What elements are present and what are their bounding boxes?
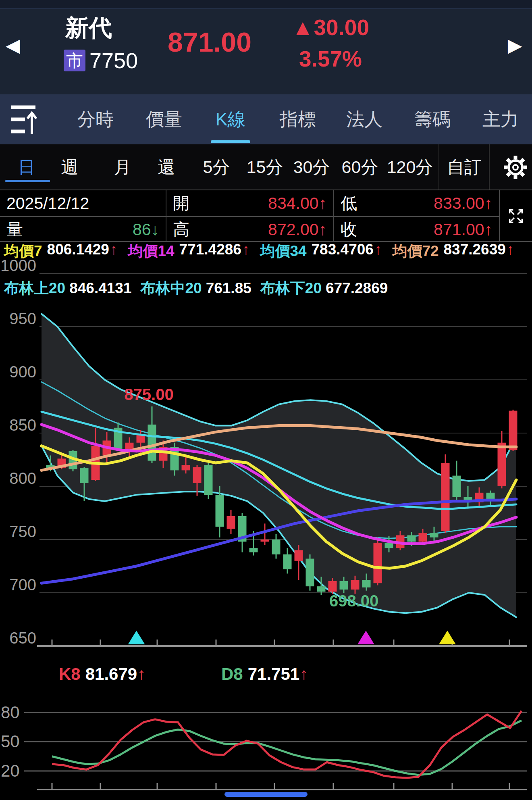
expand-arrows-icon — [506, 200, 526, 232]
period-120分[interactable]: 120分 — [387, 156, 433, 179]
quote-date-cell: 2025/12/12 — [0, 190, 166, 216]
gear-icon[interactable] — [501, 153, 530, 181]
tab-K線[interactable]: K線 — [215, 107, 245, 131]
active-tab-underline — [211, 140, 250, 143]
triangle-magenta — [357, 631, 374, 644]
svg-text:80: 80 — [1, 703, 20, 722]
boll-value: 846.4131 — [69, 280, 131, 296]
period-5分[interactable]: 5分 — [203, 156, 230, 179]
tab-法人[interactable]: 法人 — [346, 107, 382, 131]
kd-indicator-chart[interactable]: 805020 — [0, 702, 532, 800]
price-change: ▲30.00 — [264, 12, 397, 43]
d-value-group: D871.751↑ — [221, 665, 308, 684]
d-label: D8 — [221, 665, 243, 683]
svg-text:698.00: 698.00 — [329, 592, 378, 610]
period-30分[interactable]: 30分 — [293, 156, 330, 179]
boll-label: 布林上20 — [4, 280, 65, 296]
close-label: 收 — [341, 219, 357, 241]
tab-籌碼[interactable]: 籌碼 — [414, 107, 451, 131]
period-60分[interactable]: 60分 — [342, 156, 378, 179]
last-price: 871.00 — [141, 26, 278, 58]
svg-text:750: 750 — [9, 523, 36, 540]
period-tab-bar: 日週月還5分15分30分60分120分自訂 — [0, 144, 532, 190]
boll-value: 761.85 — [206, 280, 251, 296]
triangle-yellow — [439, 631, 456, 644]
svg-text:900: 900 — [9, 363, 36, 381]
quote-low-cell: 低 833.00↑ — [333, 190, 499, 216]
boll-label: 布林中20 — [140, 280, 202, 296]
svg-text:20: 20 — [1, 761, 20, 780]
d-value: 71.751 — [248, 665, 299, 683]
boll-legend-item: 布林上20846.4131 — [4, 279, 131, 298]
tab-主力[interactable]: 主力 — [482, 107, 519, 131]
svg-text:950: 950 — [9, 310, 36, 327]
period-custom[interactable]: 自訂 — [447, 156, 482, 179]
period-還[interactable]: 還 — [158, 156, 175, 179]
k-value-group: K881.679↑ — [59, 665, 145, 684]
status-bar-strip — [0, 0, 532, 9]
prev-stock-button[interactable]: ◀ — [6, 34, 20, 56]
k-value: 81.679 — [85, 665, 137, 683]
quote-open-cell: 開 834.00↑ — [166, 190, 333, 216]
period-active-underline — [5, 180, 50, 182]
bollinger-legend: 布林上20846.4131布林中20761.85布林下20677.2869 — [0, 279, 532, 298]
market-badge: 市 — [64, 50, 85, 71]
volume-label: 量 — [6, 219, 23, 241]
period-週[interactable]: 週 — [61, 156, 79, 179]
svg-text:650: 650 — [9, 629, 36, 647]
quote-date: 2025/12/12 — [6, 194, 89, 213]
k-arrow: ↑ — [137, 665, 145, 683]
svg-text:50: 50 — [1, 732, 20, 751]
quote-header: ◀ 新代 市 7750 871.00 ▲30.00 3.57% ▶ — [0, 9, 532, 94]
svg-text:700: 700 — [9, 576, 36, 594]
svg-text:850: 850 — [9, 416, 36, 434]
open-label: 開 — [173, 192, 189, 215]
kd-legend: K881.679↑ D871.751↑ — [0, 665, 532, 685]
kd-line-K8 — [52, 711, 522, 778]
stock-name: 新代 — [40, 12, 137, 44]
tab-指標[interactable]: 指標 — [280, 107, 316, 131]
tab-分時[interactable]: 分時 — [77, 107, 114, 131]
d-arrow: ↑ — [299, 665, 308, 683]
quote-high-cell: 高 872.00↑ — [166, 216, 333, 242]
quote-close-cell: 收 871.00↑ — [333, 216, 499, 242]
k-label: K8 — [59, 665, 81, 683]
low-label: 低 — [341, 192, 357, 215]
fullscreen-button[interactable] — [499, 190, 532, 242]
close-value: 871.00↑ — [434, 220, 493, 239]
period-日[interactable]: 日 — [18, 156, 35, 179]
period-15分[interactable]: 15分 — [247, 156, 283, 179]
boll-label: 布林下20 — [260, 280, 322, 296]
tab-價量[interactable]: 價量 — [146, 107, 182, 131]
volume-value: 86↓ — [133, 220, 159, 239]
quote-volume-cell: 量 86↓ — [0, 216, 166, 242]
kd-line-D8 — [52, 721, 522, 775]
price-change-pct: 3.57% — [264, 43, 397, 75]
high-label: 高 — [173, 219, 189, 241]
triangle-cyan — [128, 631, 145, 644]
boll-value: 677.2869 — [326, 280, 388, 296]
boll-legend-item: 布林中20761.85 — [140, 279, 251, 298]
quote-grid: 2025/12/12 開 834.00↑ 低 833.00↑ 量 86↓ 高 8… — [0, 190, 532, 242]
stock-code: 7750 — [89, 48, 138, 73]
svg-text:875.00: 875.00 — [124, 385, 173, 403]
main-tab-bar: 分時價量K線指標法人籌碼主力 — [0, 94, 532, 144]
divider — [489, 144, 490, 190]
svg-text:800: 800 — [9, 469, 36, 487]
home-indicator[interactable] — [224, 792, 308, 797]
svg-text:1000: 1000 — [0, 258, 36, 274]
price-change-block: ▲30.00 3.57% — [264, 12, 397, 75]
high-value: 872.00↑ — [268, 220, 327, 239]
candlestick-chart[interactable]: 1000950900850800750700650875.00698.00 — [0, 258, 532, 661]
quote-list-icon[interactable] — [9, 102, 39, 136]
period-月[interactable]: 月 — [114, 156, 131, 179]
divider — [438, 144, 439, 190]
low-value: 833.00↑ — [434, 194, 493, 213]
open-value: 834.00↑ — [268, 194, 327, 213]
next-stock-button[interactable]: ▶ — [508, 34, 522, 56]
boll-legend-item: 布林下20677.2869 — [260, 279, 388, 298]
